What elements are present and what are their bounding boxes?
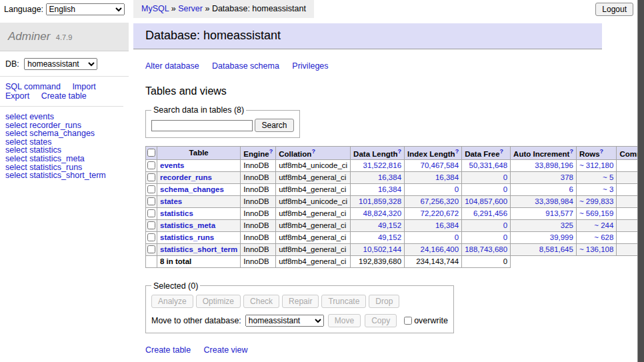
vertical-scrollbar[interactable]: [637, 0, 644, 362]
selected-action-button[interactable]: Check: [243, 295, 279, 308]
total-label-cell: 8 in total: [157, 255, 241, 267]
database-action-link[interactable]: Privileges: [292, 61, 328, 71]
auto-increment-link[interactable]: 325: [561, 221, 573, 229]
auto-increment-link[interactable]: 8,581,645: [539, 245, 573, 253]
logout-button[interactable]: Logout: [595, 3, 633, 16]
data-length-link[interactable]: 49,152: [378, 233, 401, 241]
data-free-link[interactable]: 0: [503, 233, 507, 241]
table-structure-link[interactable]: states: [160, 197, 182, 205]
breadcrumb-link-server[interactable]: Server: [178, 4, 203, 13]
engine-cell: InnoDB: [241, 171, 276, 183]
data-free-link[interactable]: 104,857,600: [465, 197, 507, 205]
column-help-link[interactable]: ?: [600, 148, 604, 155]
index-length-link[interactable]: 24,166,400: [421, 245, 459, 253]
data-length-link[interactable]: 101,859,328: [359, 197, 401, 205]
sidebar-link[interactable]: SQL command: [5, 82, 61, 91]
row-checkbox[interactable]: [147, 221, 155, 229]
sidebar-link[interactable]: Export: [5, 91, 29, 101]
sidebar-link[interactable]: Create table: [41, 91, 87, 101]
table-structure-link[interactable]: events: [160, 161, 184, 169]
search-button[interactable]: Search: [255, 119, 293, 132]
row-checkbox[interactable]: [147, 233, 155, 241]
auto-increment-link[interactable]: 39,999: [550, 233, 573, 241]
auto-increment-link[interactable]: 378: [561, 173, 573, 181]
auto-increment-link[interactable]: 913,577: [545, 209, 573, 217]
data-free-link[interactable]: 50,331,648: [469, 161, 508, 169]
engine-cell: InnoDB: [241, 207, 276, 219]
table-name-link[interactable]: statistics_short_term: [29, 171, 106, 180]
table-structure-link[interactable]: statistics_meta: [160, 221, 215, 229]
column-help-link[interactable]: ?: [455, 148, 459, 155]
auto-increment-link[interactable]: 33,898,196: [535, 161, 573, 169]
db-select[interactable]: homeassistant: [24, 58, 97, 70]
total-empty-cell: [576, 255, 616, 267]
column-help-link[interactable]: ?: [398, 148, 402, 155]
database-action-link[interactable]: Alter database: [145, 61, 199, 71]
table-structure-link[interactable]: recorder_runs: [160, 173, 212, 181]
rows-link[interactable]: ~ 3: [603, 185, 613, 193]
index-length-link[interactable]: 67,256,320: [421, 197, 459, 205]
index-length-link[interactable]: 70,467,584: [421, 161, 459, 169]
move-button[interactable]: Move: [328, 314, 361, 327]
column-help-link[interactable]: ?: [500, 148, 504, 155]
move-db-select[interactable]: homeassistant: [245, 315, 324, 327]
data-length-link[interactable]: 16,384: [378, 173, 401, 181]
data-free-link[interactable]: 0: [503, 185, 507, 193]
table-structure-link[interactable]: statistics_short_term: [160, 245, 237, 253]
index-length-link[interactable]: 16,384: [435, 221, 459, 229]
row-checkbox[interactable]: [147, 173, 155, 181]
table-select-link[interactable]: select: [5, 171, 27, 180]
breadcrumb-link-mysql[interactable]: MySQL: [141, 4, 169, 13]
row-checkbox[interactable]: [147, 197, 155, 205]
column-help-link[interactable]: ?: [269, 148, 273, 155]
data-length-link[interactable]: 31,522,816: [363, 161, 402, 169]
copy-button[interactable]: Copy: [365, 314, 397, 327]
auto-increment-link[interactable]: 33,398,984: [535, 197, 573, 205]
search-input[interactable]: [151, 120, 253, 131]
overwrite-checkbox[interactable]: [404, 317, 412, 325]
rows-link[interactable]: ~ 299,833: [579, 197, 613, 205]
create-link[interactable]: Create table: [145, 345, 191, 355]
rows-link[interactable]: ~ 312,180: [579, 161, 613, 169]
create-link[interactable]: Create view: [204, 345, 248, 355]
table-row: statistics_runsInnoDButf8mb4_general_ci4…: [146, 231, 644, 243]
selected-action-button[interactable]: Drop: [369, 295, 399, 308]
data-length-link[interactable]: 49,152: [378, 221, 401, 229]
sidebar-link[interactable]: Import: [72, 82, 95, 91]
rows-link[interactable]: ~ 244: [594, 221, 613, 229]
select-all-checkbox[interactable]: [147, 149, 155, 157]
table-header-row: TableEngine?Collation?Data Length?Index …: [146, 147, 644, 160]
data-length-link[interactable]: 48,824,320: [363, 209, 402, 217]
database-action-link[interactable]: Database schema: [212, 61, 279, 71]
rows-link[interactable]: ~ 628: [594, 233, 613, 241]
rows-link[interactable]: ~ 5: [603, 173, 613, 181]
index-length-link[interactable]: 16,384: [435, 173, 459, 181]
rows-link[interactable]: ~ 569,159: [579, 209, 613, 217]
rows-link[interactable]: ~ 136,108: [579, 245, 613, 253]
column-help-link[interactable]: ?: [311, 148, 315, 155]
data-free-link[interactable]: 6,291,456: [473, 209, 507, 217]
index-length-link[interactable]: 0: [455, 185, 459, 193]
data-length-link[interactable]: 16,384: [378, 185, 401, 193]
selected-action-button[interactable]: Repair: [282, 295, 319, 308]
index-length-link[interactable]: 0: [455, 233, 459, 241]
language-select[interactable]: English: [46, 3, 125, 15]
selected-action-button[interactable]: Analyze: [151, 295, 193, 308]
column-help-link[interactable]: ?: [569, 148, 573, 155]
column-header: Index Length?: [405, 147, 462, 160]
table-structure-link[interactable]: schema_changes: [160, 185, 224, 193]
table-structure-link[interactable]: statistics_runs: [160, 233, 214, 241]
row-checkbox[interactable]: [147, 161, 155, 169]
data-length-link[interactable]: 10,502,144: [363, 245, 402, 253]
row-checkbox[interactable]: [147, 209, 155, 217]
data-free-link[interactable]: 0: [503, 221, 507, 229]
selected-action-button[interactable]: Optimize: [196, 295, 241, 308]
selected-action-button[interactable]: Truncate: [321, 295, 366, 308]
data-free-link[interactable]: 0: [503, 173, 507, 181]
data-free-link[interactable]: 188,743,680: [465, 245, 507, 253]
index-length-link[interactable]: 72,220,672: [421, 209, 459, 217]
table-structure-link[interactable]: statistics: [160, 209, 193, 217]
auto-increment-link[interactable]: 6: [569, 185, 573, 193]
row-checkbox[interactable]: [147, 185, 155, 193]
row-checkbox[interactable]: [147, 245, 155, 253]
